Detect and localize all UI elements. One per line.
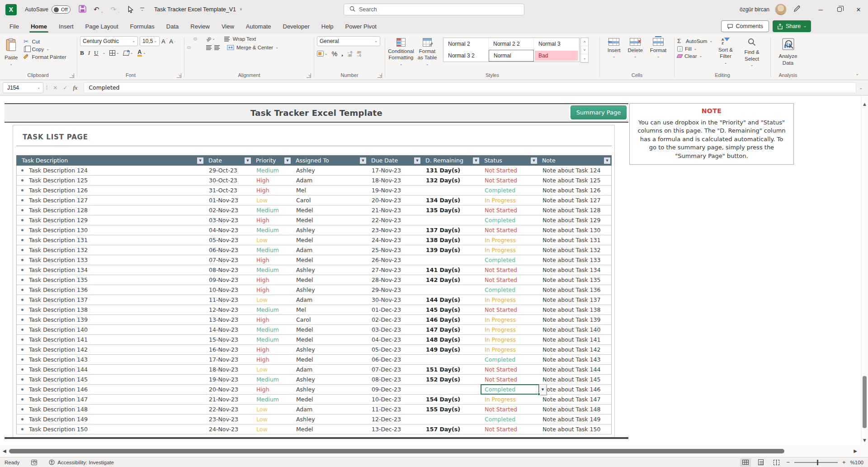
cell-assigned-to[interactable]: Medel [292,215,368,225]
formula-input[interactable]: Completed [84,82,856,93]
cell-days-remaining[interactable]: 142 Day(s) [422,275,481,285]
cell-date[interactable]: 16-Nov-23 [205,345,253,354]
expand-formula-bar-icon[interactable]: ⌄ [859,86,863,90]
find-select-button[interactable]: Find & Select⌄ [739,36,765,69]
cell-assigned-to[interactable]: Medel [292,325,368,334]
cell-task-description[interactable]: Task Description 143 [17,355,205,364]
minimize-button[interactable]: ─ [811,0,830,19]
cell-priority[interactable]: Medium [253,245,292,255]
cell-note[interactable]: Note about Task 136 [539,285,611,295]
page-break-view-button[interactable] [771,458,782,467]
accounting-format-button[interactable]: ⌄ [317,51,328,57]
format-cells-button[interactable]: Format⌄ [647,36,669,60]
cell-due-date[interactable]: 17-Nov-23 [368,166,422,175]
filter-button-due-date[interactable]: ▼ [414,157,420,164]
align-center-button[interactable] [193,46,197,49]
cell-days-remaining[interactable] [422,415,481,424]
cell-task-description[interactable]: Task Description 133 [17,255,205,265]
scroll-up-icon[interactable]: ▲ [861,102,868,106]
cell-note[interactable]: Note about Task 129 [539,215,611,225]
cell-assigned-to[interactable]: Mel [292,305,368,315]
zoom-slider-thumb[interactable] [817,460,818,465]
cell-priority[interactable]: Medium [253,375,292,384]
cell-due-date[interactable]: 13-Dec-23 [368,424,422,434]
cell-priority[interactable]: High [253,186,292,195]
cell-note[interactable]: Note about Task 126 [539,186,611,195]
cell-assigned-to[interactable]: Adam [292,245,368,255]
share-button[interactable]: Share ⌄ [773,20,811,32]
document-title[interactable]: Task Tracker Excel Template_V1 ∨ [154,6,242,13]
cell-priority[interactable]: Low [253,295,292,305]
cell-date[interactable]: 14-Nov-23 [205,325,253,334]
gallery-down-button[interactable]: ˅ [581,46,588,54]
cell-due-date[interactable]: 28-Nov-23 [368,275,422,285]
cell-due-date[interactable]: 10-Dec-23 [368,395,422,404]
number-format-select[interactable]: General⌄ [317,36,380,46]
zoom-slider[interactable] [794,462,838,463]
cell-date[interactable]: 12-Nov-23 [205,305,253,315]
tab-page-layout[interactable]: Page Layout [80,20,124,33]
vertical-scroll-thumb[interactable] [863,376,867,428]
cell-due-date[interactable]: 24-Nov-23 [368,235,422,245]
scroll-left-icon[interactable]: ◀ [3,448,6,453]
align-left-button[interactable] [187,46,191,49]
filter-button-task-description[interactable]: ▼ [197,157,203,164]
font-name-select[interactable]: Century Gothic⌄ [80,36,138,46]
align-bottom-button[interactable] [200,38,203,40]
cell-task-description[interactable]: Task Description 127 [17,195,205,205]
decrease-indent-button[interactable] [206,45,212,50]
cell-priority[interactable]: Medium [253,305,292,315]
cell-date[interactable]: 24-Nov-23 [205,424,253,434]
cell-task-description[interactable]: Task Description 138 [17,305,205,315]
cell-note[interactable]: Note about Task 144 [539,365,611,374]
cell-task-description[interactable]: Task Description 136 [17,285,205,295]
cell-assigned-to[interactable]: Adam [292,365,368,374]
cell-assigned-to[interactable]: Ashley [292,225,368,235]
cell-status[interactable]: In Progress [481,315,539,324]
save-button[interactable] [79,5,86,14]
horizontal-scroll-thumb[interactable] [9,449,784,453]
cell-days-remaining[interactable]: 152 Day(s) [422,375,481,384]
wrap-text-button[interactable]: Wrap Text [223,36,256,42]
cell-status[interactable]: Not Started [481,424,539,434]
cell-days-remaining[interactable]: 147 Day(s) [422,325,481,334]
cell-status[interactable]: Not Started [481,225,539,235]
cell-note[interactable]: Note about Task 141 [539,335,611,344]
cell-task-description[interactable]: Task Description 150 [17,424,205,434]
align-top-button[interactable] [187,38,191,40]
cell-due-date[interactable]: 05-Dec-23 [368,345,422,354]
decrease-decimal-button[interactable]: .00→0 [356,51,361,57]
clipboard-dialog-launcher[interactable]: ↘ [70,73,74,78]
cell-date[interactable]: 02-Nov-23 [205,205,253,215]
filter-button-status[interactable]: ▼ [531,157,537,164]
cell-priority[interactable]: Medium [253,205,292,215]
cell-due-date[interactable]: 04-Dec-23 [368,335,422,344]
cell-status[interactable]: Completed [481,255,539,265]
cell-task-description[interactable]: Task Description 142 [17,345,205,354]
percent-style-button[interactable]: % [332,50,337,57]
cell-due-date[interactable]: 22-Nov-23 [368,215,422,225]
ribbon-display-options-icon[interactable]: ⌄ [855,71,859,76]
cell-priority[interactable]: Medium [253,265,292,275]
cell-note[interactable]: Note about Task 142 [539,345,611,354]
gallery-up-button[interactable]: ˄ [581,38,588,46]
cell-note[interactable]: Note about Task 150 [539,424,611,434]
cell-date[interactable]: 22-Nov-23 [205,405,253,414]
cell-priority[interactable]: High [253,385,292,394]
cell-days-remaining[interactable] [422,385,481,394]
fill-handle[interactable] [538,393,540,396]
cell-note[interactable]: Note about Task 140 [539,325,611,334]
cell-assigned-to[interactable]: Adam [292,295,368,305]
cell-due-date[interactable]: 19-Nov-23 [368,186,422,195]
cell-task-description[interactable]: Task Description 131 [17,235,205,245]
cell-status[interactable]: In Progress [481,235,539,245]
font-dialog-launcher[interactable]: ↘ [177,73,181,78]
cell-status[interactable]: Not Started [481,205,539,215]
cell-date[interactable]: 10-Nov-23 [205,285,253,295]
cell-assigned-to[interactable]: Ashley [292,415,368,424]
sort-filter-button[interactable]: AZSort & Filter⌄ [712,36,739,69]
format-painter-button[interactable]: Format Painter [22,54,66,60]
cell-priority[interactable]: Low [253,415,292,424]
cell-assigned-to[interactable]: Medel [292,235,368,245]
align-right-button[interactable] [200,46,203,49]
